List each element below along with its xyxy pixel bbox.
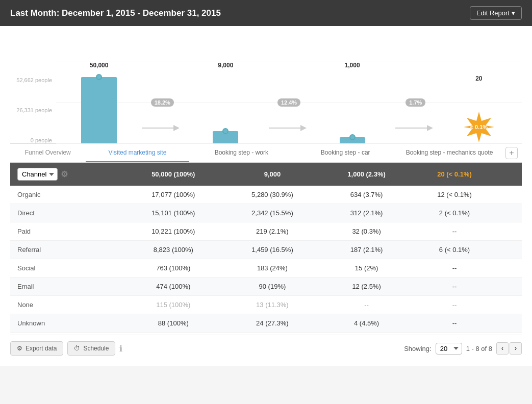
data-cell-4: 2 (< 0.1%)	[412, 204, 497, 222]
table-footer: ⚙ Export data ⏱ Schedule ℹ Showing: 20 5…	[10, 335, 522, 356]
step1-label: 50,000	[90, 62, 109, 69]
footer-actions: ⚙ Export data ⏱ Schedule ℹ	[10, 341, 122, 356]
step-3: 1,000	[310, 62, 395, 143]
step2-bar	[213, 131, 238, 143]
data-cell-2: 5,280 (30.9%)	[223, 186, 321, 204]
data-cell-5	[497, 259, 522, 277]
step-2: 9,000	[183, 62, 268, 143]
data-cell-3: 32 (0.3%)	[321, 222, 412, 241]
data-cell-4: --	[412, 259, 497, 277]
data-cell-4: --	[412, 314, 497, 333]
col3-header: 1,000 (2.3%)	[321, 163, 412, 186]
tab-overview[interactable]: Funnel Overview	[10, 144, 86, 162]
channel-name-cell: Paid	[10, 222, 123, 241]
channel-name-cell: Direct	[10, 204, 123, 222]
step4-label: 20	[475, 75, 482, 82]
channel-name-cell: Unknown	[10, 314, 123, 333]
page-header: Last Month: December 1, 2015 - December …	[0, 0, 532, 26]
edit-report-button[interactable]: Edit Report ▾	[470, 6, 522, 20]
data-cell-5	[497, 241, 522, 259]
data-cell-1: 8,823 (100%)	[123, 241, 223, 259]
data-cell-3: 4 (4.5%)	[321, 314, 412, 333]
dropdown-arrow-icon: ▾	[512, 9, 515, 17]
table-row: Email474 (100%)90 (19%)12 (2.5%)--	[10, 277, 522, 296]
main-container: 52,662 people 26,331 people 0 people 50,…	[0, 26, 532, 366]
data-cell-1: 474 (100%)	[123, 277, 223, 296]
arrow2-svg	[269, 123, 310, 133]
y-label-mid: 26,331 people	[10, 107, 52, 113]
data-cell-1: 763 (100%)	[123, 259, 223, 277]
col1-header: 50,000 (100%)	[123, 163, 223, 186]
data-table: Channel ⚙ 50,000 (100%) 9,000 1,000 (2.3…	[10, 163, 522, 333]
table-body: Organic17,077 (100%)5,280 (30.9%)634 (3.…	[10, 186, 522, 333]
y-axis: 52,662 people 26,331 people 0 people	[10, 62, 56, 143]
footer-pagination: Showing: 20 50 100 1 - 8 of 8 ‹ ›	[404, 342, 522, 355]
channel-controls: Channel ⚙	[17, 168, 116, 181]
data-cell-4: 6 (< 0.1%)	[412, 241, 497, 259]
gear-icon[interactable]: ⚙	[61, 169, 68, 179]
starburst-badge: < 0.1%	[463, 111, 495, 143]
table-row: Social763 (100%)183 (24%)15 (2%)--	[10, 259, 522, 277]
data-cell-4: --	[412, 277, 497, 296]
arrow3-svg	[395, 123, 436, 133]
arrow-1: 18.2%	[142, 62, 183, 143]
table-header-row: Channel ⚙ 50,000 (100%) 9,000 1,000 (2.3…	[10, 163, 522, 186]
data-cell-3: 15 (2%)	[321, 259, 412, 277]
schedule-icon: ⏱	[74, 345, 80, 352]
schedule-label: Schedule	[83, 345, 109, 352]
page-nav: ‹ ›	[496, 342, 522, 355]
table-row: None115 (100%)13 (11.3%)----	[10, 296, 522, 314]
channel-name-cell: None	[10, 296, 123, 314]
step-4: 20 < 0.1%	[436, 62, 522, 143]
step3-label: 1,000	[345, 62, 360, 69]
funnel-tabs: Funnel Overview Visited marketing site B…	[10, 143, 522, 163]
add-step-button[interactable]: +	[501, 144, 522, 162]
step1-dot	[96, 74, 102, 80]
data-cell-2: 219 (2.1%)	[223, 222, 321, 241]
data-cell-5	[497, 222, 522, 241]
vis-steps: 50,000 18.2% 9,000	[56, 62, 522, 143]
data-cell-1: 17,077 (100%)	[123, 186, 223, 204]
data-cell-3: 187 (2.1%)	[321, 241, 412, 259]
tab-step-2[interactable]: Booking step - work	[189, 144, 293, 162]
chart-area: 52,662 people 26,331 people 0 people 50,…	[10, 31, 522, 143]
export-button[interactable]: ⚙ Export data	[10, 341, 63, 356]
channel-name-cell: Organic	[10, 186, 123, 204]
schedule-button[interactable]: ⏱ Schedule	[67, 341, 115, 356]
tab-step-1[interactable]: Visited marketing site	[86, 144, 190, 162]
data-cell-1: 15,101 (100%)	[123, 204, 223, 222]
data-cell-2: 183 (24%)	[223, 259, 321, 277]
starburst-text: < 0.1%	[470, 123, 488, 131]
add-icon[interactable]: +	[505, 147, 518, 159]
data-cell-3: --	[321, 296, 412, 314]
data-cell-5	[497, 314, 522, 333]
tab-step-4[interactable]: Booking step - mechanics quote	[397, 144, 501, 162]
data-cell-5	[497, 296, 522, 314]
table-row: Direct15,101 (100%)2,342 (15.5%)312 (2.1…	[10, 204, 522, 222]
data-cell-2: 2,342 (15.5%)	[223, 204, 321, 222]
channel-select[interactable]: Channel	[17, 168, 58, 181]
arrow1-svg	[142, 123, 183, 133]
prev-page-button[interactable]: ‹	[496, 342, 509, 355]
data-cell-2: 24 (27.3%)	[223, 314, 321, 333]
export-label: Export data	[26, 345, 57, 352]
data-cell-3: 634 (3.7%)	[321, 186, 412, 204]
data-cell-1: 10,221 (100%)	[123, 222, 223, 241]
data-cell-5	[497, 204, 522, 222]
data-cell-1: 115 (100%)	[123, 296, 223, 314]
table-row: Unknown88 (100%)24 (27.3%)4 (4.5%)--	[10, 314, 522, 333]
next-page-button[interactable]: ›	[510, 342, 522, 355]
channel-name-cell: Social	[10, 259, 123, 277]
step2-label: 9,000	[218, 62, 233, 69]
arrow3-badge: 1.7%	[406, 98, 425, 107]
info-icon[interactable]: ℹ	[119, 344, 122, 353]
edit-report-label: Edit Report	[476, 9, 510, 17]
channel-header-cell: Channel ⚙	[10, 163, 123, 186]
col4-header: 20 (< 0.1%)	[412, 163, 497, 186]
data-cell-4: --	[412, 296, 497, 314]
showing-select[interactable]: 20 50 100	[436, 343, 462, 355]
tab-step-3[interactable]: Booking step - car	[293, 144, 397, 162]
table-row: Referral8,823 (100%)1,459 (16.5%)187 (2.…	[10, 241, 522, 259]
data-cell-3: 12 (2.5%)	[321, 277, 412, 296]
col2-header: 9,000	[223, 163, 321, 186]
